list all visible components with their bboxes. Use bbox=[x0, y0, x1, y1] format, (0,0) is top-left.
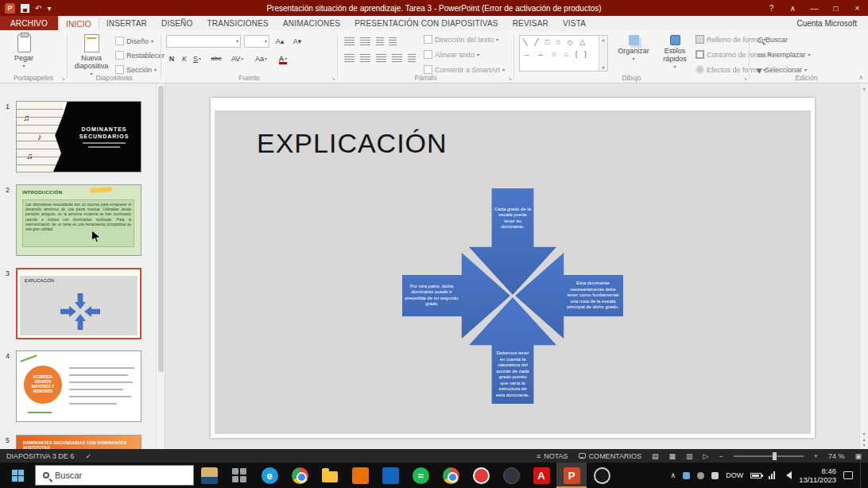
zoom-in-button[interactable]: + bbox=[814, 452, 818, 460]
gallery-down-icon[interactable]: ▾ bbox=[602, 64, 604, 70]
zoom-out-button[interactable]: − bbox=[719, 452, 723, 460]
close-button[interactable]: × bbox=[847, 0, 868, 16]
tab-transiciones[interactable]: TRANSICIONES bbox=[200, 16, 276, 30]
chrome-icon[interactable] bbox=[285, 463, 315, 488]
find-button[interactable]: Buscar bbox=[758, 36, 788, 44]
tab-inicio[interactable]: INICIO bbox=[58, 16, 99, 30]
bold-button[interactable]: N bbox=[166, 52, 177, 64]
minimize-button[interactable]: — bbox=[804, 0, 825, 16]
font-dialog-launcher[interactable]: ↘ bbox=[331, 76, 335, 82]
start-button[interactable] bbox=[0, 463, 35, 488]
clipboard-dialog-launcher[interactable]: ↘ bbox=[60, 76, 65, 82]
tab-revisar[interactable]: REVISAR bbox=[506, 16, 556, 30]
scrollbar-thumb[interactable] bbox=[158, 86, 164, 372]
character-spacing-button[interactable]: AV▾ bbox=[231, 52, 243, 64]
text-direction-button[interactable]: Dirección del texto ▾ bbox=[424, 35, 498, 44]
slideshow-button[interactable]: ▷ bbox=[703, 452, 709, 460]
thumbnails-scrollbar[interactable] bbox=[156, 83, 165, 449]
spotify-icon[interactable]: ≈ bbox=[405, 463, 436, 488]
tab-presentacion[interactable]: PRESENTACIÓN CON DIAPOSITIVAS bbox=[347, 16, 505, 30]
tab-archivo[interactable]: ARCHIVO bbox=[0, 16, 58, 30]
gallery-up-icon[interactable]: ▴ bbox=[602, 37, 604, 42]
underline-button[interactable]: S▾ bbox=[192, 52, 203, 64]
convert-smartart-button[interactable]: Convertir a SmartArt ▾ bbox=[424, 65, 505, 74]
help-button[interactable]: ? bbox=[761, 0, 782, 16]
align-center-icon[interactable] bbox=[360, 54, 370, 62]
volume-icon[interactable] bbox=[782, 471, 792, 479]
orange-app-icon[interactable] bbox=[345, 463, 375, 488]
undo-icon[interactable]: ↶ bbox=[35, 4, 41, 13]
fit-to-window-button[interactable]: ▣ bbox=[854, 452, 862, 460]
browser-profile-icon[interactable] bbox=[436, 463, 466, 488]
zoom-slider[interactable] bbox=[734, 455, 804, 457]
comments-button[interactable]: COMENTARIOS bbox=[579, 452, 641, 460]
normal-view-button[interactable]: ▤ bbox=[652, 452, 659, 460]
tray-icon[interactable] bbox=[697, 472, 704, 479]
drawing-dialog-launcher[interactable]: ↘ bbox=[742, 76, 747, 82]
maximize-button[interactable]: □ bbox=[825, 0, 847, 16]
bullets-icon[interactable] bbox=[344, 37, 355, 45]
slide-4-thumbnail[interactable]: ACORDES- GRADOS MAYORES Y MENORES bbox=[16, 351, 141, 422]
new-slide-button[interactable]: Nueva diapositiva ▾ bbox=[71, 34, 112, 76]
ship-app-icon[interactable] bbox=[194, 463, 224, 488]
align-text-button[interactable]: Alinear texto ▾ bbox=[424, 50, 479, 59]
scroll-down-icon[interactable]: ▾ bbox=[862, 431, 865, 436]
acrobat-icon[interactable]: A bbox=[526, 463, 556, 488]
layout-button[interactable]: Diseño ▾ bbox=[115, 37, 153, 45]
replace-button[interactable]: ab Reemplazar ▾ bbox=[758, 51, 810, 59]
tray-text[interactable]: DOW bbox=[726, 471, 743, 479]
select-button[interactable]: Seleccionar ▾ bbox=[758, 66, 807, 74]
tray-icon[interactable] bbox=[711, 472, 719, 479]
battery-icon[interactable] bbox=[750, 473, 761, 478]
font-color-button[interactable]: A▾ bbox=[277, 52, 289, 64]
columns-icon[interactable] bbox=[408, 54, 416, 62]
tab-diseno[interactable]: DISEÑO bbox=[154, 16, 200, 30]
decrease-indent-icon[interactable] bbox=[376, 37, 384, 45]
zoom-slider-thumb[interactable] bbox=[773, 452, 777, 460]
reading-view-button[interactable]: ▥ bbox=[686, 452, 693, 460]
align-right-icon[interactable] bbox=[376, 54, 386, 62]
change-case-button[interactable]: Aa▾ bbox=[255, 52, 267, 64]
paragraph-dialog-launcher[interactable]: ↘ bbox=[507, 76, 512, 82]
arrange-button[interactable]: Organizar ▾ bbox=[613, 35, 654, 61]
shapes-gallery[interactable]: ╲ ╱ □ ○ ◇ △ → ↔ ☆ ⌂ { } ▴ ▾ bbox=[519, 35, 608, 72]
qat-dropdown-icon[interactable]: ▾ bbox=[47, 4, 51, 13]
blue-app-icon[interactable] bbox=[375, 463, 405, 488]
tab-vista[interactable]: VISTA bbox=[556, 16, 593, 30]
italic-button[interactable]: K bbox=[179, 52, 190, 64]
numbering-icon[interactable] bbox=[360, 37, 370, 45]
slide-5-thumbnail[interactable]: DOMINANTES SECUNDARIAS CON DOMINANTES SU… bbox=[16, 435, 141, 449]
quick-styles-button[interactable]: Estilos rápidos ▾ bbox=[656, 35, 694, 69]
tab-insertar[interactable]: INSERTAR bbox=[99, 16, 154, 30]
slide-1-thumbnail[interactable]: ♫ ♪ ♫ DOMINANTES SECUNDARIOS bbox=[16, 101, 141, 172]
current-slide[interactable]: EXPLICACIÓN Cada grado de la escala pued… bbox=[211, 98, 815, 438]
previous-slide-icon[interactable]: ▴ bbox=[862, 436, 865, 442]
show-desktop-button[interactable] bbox=[860, 463, 863, 488]
shapes-gallery-scrollbar[interactable]: ▴ ▾ bbox=[599, 36, 607, 71]
slide-sorter-view-button[interactable]: ▦ bbox=[668, 452, 676, 460]
increase-font-button[interactable]: A▴ bbox=[274, 35, 285, 47]
decrease-font-button[interactable]: A▾ bbox=[292, 35, 303, 47]
ribbon-options-button[interactable]: ∧ bbox=[782, 0, 804, 16]
hidden-icons-chevron[interactable]: ∧ bbox=[671, 471, 676, 479]
reset-button[interactable]: Restablecer bbox=[115, 51, 165, 60]
canvas-scrollbar[interactable]: ▴ ▾ ▴ ▾ bbox=[859, 83, 868, 449]
account-label[interactable]: Cuenta Microsoft bbox=[785, 16, 868, 30]
align-left-icon[interactable] bbox=[344, 54, 355, 62]
next-slide-icon[interactable]: ▾ bbox=[862, 442, 865, 447]
font-size-combo[interactable]: ▾ bbox=[244, 35, 269, 48]
slide-2-thumbnail[interactable]: INTRODUCCIÓN Las dominantes secundarias … bbox=[16, 184, 141, 256]
strikethrough-button[interactable]: abc bbox=[211, 52, 222, 64]
font-name-combo[interactable]: ▾ bbox=[166, 35, 241, 48]
scroll-up-icon[interactable]: ▴ bbox=[862, 85, 865, 91]
save-icon[interactable] bbox=[21, 4, 29, 13]
taskbar-clock[interactable]: 8:46 13/11/2023 bbox=[799, 467, 836, 485]
action-center-icon[interactable] bbox=[843, 471, 853, 479]
notes-button[interactable]: ≡ NOTAS bbox=[537, 452, 568, 460]
tab-animaciones[interactable]: ANIMACIONES bbox=[276, 16, 347, 30]
tray-icon[interactable] bbox=[683, 472, 690, 479]
network-icon[interactable] bbox=[769, 471, 775, 479]
spell-check-icon[interactable]: ✓ bbox=[85, 452, 91, 460]
increase-indent-icon[interactable] bbox=[389, 37, 397, 45]
zoom-level[interactable]: 74 % bbox=[828, 452, 845, 460]
